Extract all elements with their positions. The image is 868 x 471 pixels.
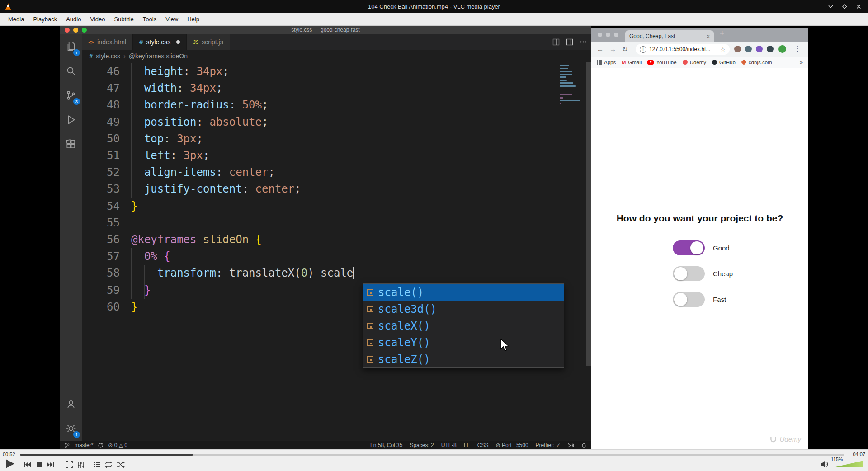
breadcrumb-file[interactable]: style.css (96, 52, 120, 60)
tab-label: script.js (202, 38, 223, 46)
bookmarks-overflow-icon[interactable]: » (800, 59, 803, 66)
code-editor[interactable]: 46 height: 34px;47 width: 34px;48 border… (82, 62, 591, 441)
profile-avatar[interactable] (778, 45, 786, 53)
status-item[interactable]: LF (464, 442, 470, 448)
seek-bar[interactable] (20, 454, 844, 456)
status-item[interactable]: Prettier: ✓ (536, 442, 561, 448)
previous-button[interactable] (23, 461, 31, 469)
status-item[interactable]: ⊘ Port : 5500 (496, 442, 528, 448)
toggle-switch-fast[interactable] (673, 292, 705, 307)
account-icon[interactable] (60, 392, 82, 416)
mac-minimize-icon[interactable] (73, 28, 78, 33)
breadcrumb-symbol[interactable]: @keyframes slideOn (129, 52, 188, 60)
editor-scrollbar[interactable] (586, 62, 591, 366)
tab-script.js[interactable]: JSscript.js (187, 34, 230, 50)
mac-zoom-icon[interactable] (82, 28, 87, 33)
loop-button[interactable] (104, 461, 113, 469)
fullscreen-button[interactable] (65, 461, 73, 469)
suggestion-label: scale() (378, 286, 424, 299)
toggle-knob[interactable] (674, 267, 687, 280)
bookmark-cdnjs-com[interactable]: cdnjs.com (741, 60, 772, 65)
menu-audio[interactable]: Audio (61, 13, 85, 25)
explorer-icon[interactable]: 1 (60, 34, 82, 59)
shuffle-button[interactable] (117, 461, 125, 469)
back-icon[interactable]: ← (597, 45, 604, 53)
status-item[interactable]: UTF-8 (441, 442, 457, 448)
bookmark-github[interactable]: GitHub (712, 60, 736, 65)
site-info-icon[interactable]: i (640, 46, 646, 53)
source-control-icon[interactable]: 3 (60, 83, 82, 108)
browser-tab[interactable]: Good, Cheap, Fast × (625, 30, 714, 42)
bookmark-youtube[interactable]: YouTube (647, 60, 676, 65)
more-actions-icon[interactable] (580, 38, 587, 46)
extension-icon[interactable] (767, 46, 774, 52)
refresh-icon[interactable]: ↻ (622, 45, 628, 53)
status-item[interactable]: Spaces: 2 (410, 442, 434, 448)
toggle-knob[interactable] (690, 241, 703, 254)
bookmark-star-icon[interactable]: ☆ (720, 46, 726, 53)
status-item[interactable]: Ln 58, Col 35 (370, 442, 402, 448)
problems-label[interactable]: ⊘ 0 △ 0 (108, 442, 127, 448)
menu-tools[interactable]: Tools (138, 13, 161, 25)
forward-icon[interactable]: → (609, 45, 616, 53)
mac-traffic-lights (65, 28, 87, 33)
css-function-icon (367, 339, 373, 346)
menu-video[interactable]: Video (85, 13, 109, 25)
menu-subtitle[interactable]: Subtitle (109, 13, 138, 25)
menu-help[interactable]: Help (183, 13, 204, 25)
stop-button[interactable] (35, 461, 43, 469)
extension-icon[interactable] (734, 46, 741, 52)
breadcrumb[interactable]: # style.css › @keyframes slideOn (82, 50, 591, 62)
volume-icon[interactable] (820, 460, 828, 468)
close-icon[interactable] (856, 4, 862, 9)
extension-icon[interactable] (756, 46, 763, 52)
mac-minimize-icon[interactable] (606, 33, 610, 37)
maximize-icon[interactable] (842, 4, 848, 9)
status-item[interactable]: CSS (477, 442, 489, 448)
sync-icon[interactable] (98, 443, 104, 448)
bookmark-gmail[interactable]: Gmail (622, 60, 642, 65)
toggle-layout-icon[interactable] (566, 38, 573, 46)
url-text[interactable]: 127.0.0.1:5500/index.ht... (649, 46, 717, 52)
menu-view[interactable]: View (161, 13, 183, 25)
settings-gear-icon[interactable]: 1 (60, 416, 82, 441)
toggle-label: Fast (713, 296, 726, 303)
tab-style.css[interactable]: #style.css (133, 34, 187, 50)
mac-zoom-icon[interactable] (614, 33, 618, 37)
bookmark-apps[interactable]: Apps (597, 60, 616, 65)
suggestion-item[interactable]: scaleX() (363, 317, 564, 334)
unsaved-dot-icon[interactable] (176, 40, 180, 44)
suggestion-item[interactable]: scale3d() (363, 301, 564, 317)
run-debug-icon[interactable] (60, 108, 82, 132)
notifications-bell-icon[interactable] (581, 443, 587, 448)
split-editor-icon[interactable] (552, 38, 560, 46)
search-icon[interactable] (60, 59, 82, 83)
toggle-switch-cheap[interactable] (673, 266, 705, 281)
git-branch-label[interactable]: master* (75, 442, 93, 448)
suggestion-item[interactable]: scale() (363, 284, 564, 301)
mac-close-icon[interactable] (65, 28, 70, 33)
minimap[interactable] (560, 64, 584, 113)
new-tab-icon[interactable]: + (720, 29, 725, 38)
extended-settings-button[interactable] (77, 461, 85, 469)
mac-close-icon[interactable] (598, 33, 602, 37)
next-button[interactable] (47, 461, 55, 469)
menu-media[interactable]: Media (4, 13, 28, 25)
browser-menu-icon[interactable]: ⋮ (794, 45, 801, 53)
video-display[interactable]: style.css — good-cheap-fast 1 3 (0, 26, 868, 449)
suggestion-item[interactable]: scaleZ() (363, 351, 564, 367)
address-bar[interactable]: i 127.0.0.1:5500/index.ht... ☆ (636, 44, 730, 55)
toggle-knob[interactable] (674, 293, 687, 306)
toggle-switch-good[interactable] (673, 240, 705, 255)
tab-index.html[interactable]: <>index.html (82, 34, 133, 50)
playlist-button[interactable] (93, 461, 101, 469)
extension-icon[interactable] (745, 46, 752, 52)
tab-close-icon[interactable]: × (706, 33, 710, 39)
menu-playback[interactable]: Playback (28, 13, 61, 25)
play-button[interactable] (5, 458, 15, 469)
live-server-icon[interactable] (568, 443, 574, 448)
suggestion-item[interactable]: scaleY() (363, 334, 564, 351)
bookmark-udemy[interactable]: Udemy (683, 60, 706, 65)
extensions-icon[interactable] (60, 132, 82, 156)
minimize-icon[interactable] (828, 4, 834, 9)
